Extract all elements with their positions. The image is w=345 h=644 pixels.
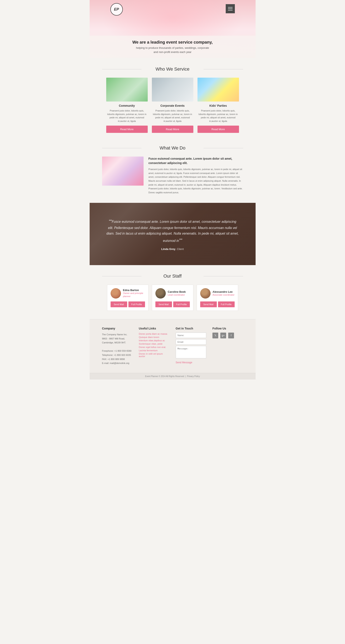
- testimonial-author-name: Linda Grey: [161, 248, 175, 250]
- contact-name-input[interactable]: [176, 332, 206, 338]
- contact-message-input[interactable]: [176, 346, 206, 358]
- logo[interactable]: EP: [110, 3, 123, 16]
- corporate-title: Corporate Events: [152, 104, 193, 107]
- caroline-name: Caroline Beek: [168, 290, 186, 293]
- who-we-service-title: Who We Service: [102, 66, 243, 72]
- footer-link-4[interactable]: Scelerisque vitae, pede: [139, 342, 169, 345]
- corporate-read-more-button[interactable]: Read More: [152, 126, 193, 133]
- contact-send-button[interactable]: Send Message: [176, 361, 192, 364]
- footer-link-5[interactable]: Donec eget tellus non erat.: [139, 346, 169, 348]
- footer-company-col: Company The Company Name Inc. 9863 - 986…: [102, 327, 133, 366]
- avatar-caroline: [155, 288, 166, 298]
- what-we-do-content: Fusce euismod consequat ante. Lorem ipsu…: [102, 156, 243, 194]
- hero-section: EP We are a leading event service compan…: [90, 0, 256, 58]
- footer-privacy-link[interactable]: Privacy Policy: [187, 375, 200, 378]
- avatar-alessandro: [200, 288, 211, 298]
- staff-top-caroline: Caroline Beek Lead coordinator: [155, 288, 190, 298]
- staff-top-alessandro: Alessandro Lee Associate coordinator: [200, 288, 235, 298]
- staff-title: Our Staff: [102, 274, 243, 279]
- alessandro-send-mail-button[interactable]: Send Mail: [200, 302, 217, 307]
- alessandro-full-profile-button[interactable]: Full Profile: [218, 302, 235, 307]
- kids-description: Praesent justo dolor, lobortis quis, lob…: [198, 109, 239, 123]
- service-image-kids: [198, 78, 239, 102]
- service-grid: Community Praesent justo dolor, lobortis…: [102, 78, 243, 133]
- staff-info-alessandro: Alessandro Lee Associate coordinator: [213, 290, 235, 296]
- kids-read-more-button[interactable]: Read More: [198, 126, 239, 133]
- service-image-corporate: [152, 78, 193, 102]
- edna-full-profile-button[interactable]: Full Profile: [128, 302, 145, 307]
- testimonial-content: Fusce euismod consequat ante. Lorem ipsu…: [106, 217, 239, 250]
- service-image-community: [106, 78, 148, 102]
- staff-buttons-caroline: Send Mail Full Profile: [155, 302, 190, 307]
- testimonial-section: Fusce euismod consequat ante. Lorem ipsu…: [90, 203, 256, 265]
- google-plus-icon[interactable]: g+: [220, 332, 226, 338]
- social-icons: 𝕏 g+ f: [212, 332, 243, 338]
- twitter-icon[interactable]: 𝕏: [212, 332, 218, 338]
- service-card-kids: Kids' Parties Praesent justo dolor, lobo…: [198, 78, 239, 133]
- staff-top-edna: Edna Barton Owner and principle planner: [111, 288, 145, 298]
- footer-links-title: Useful Links: [139, 327, 169, 330]
- alessandro-name: Alessandro Lee: [213, 290, 235, 293]
- facebook-icon[interactable]: f: [228, 332, 234, 338]
- footer-grid: Company The Company Name Inc. 9863 - 986…: [102, 327, 243, 366]
- what-we-do-body: Praesent justo dolor, lobortis quis, lob…: [149, 167, 243, 194]
- company-email: E-mail: mail@demolink.org: [102, 362, 129, 364]
- menu-line-2: [228, 8, 233, 9]
- footer-contact-form: Send Message: [176, 332, 206, 364]
- staff-card-caroline: Caroline Beek Lead coordinator Send Mail…: [152, 285, 193, 311]
- community-description: Praesent justo dolor, lobortis quis, lob…: [106, 109, 148, 123]
- what-we-do-section: What We Do Fusce euismod consequat ante.…: [90, 141, 256, 203]
- footer: Company The Company Name Inc. 9863 - 986…: [90, 319, 256, 373]
- footer-links-col: Useful Links Donec porta diam ac massa Q…: [139, 327, 169, 366]
- what-we-do-image: [102, 156, 144, 186]
- company-telephone: Telephone: +1 800 603 6035: [102, 354, 131, 356]
- community-title: Community: [106, 104, 148, 107]
- testimonial-author-title: Client: [177, 248, 184, 250]
- community-read-more-button[interactable]: Read More: [106, 126, 148, 133]
- hero-headline: We are a leading event service company,: [94, 40, 251, 45]
- footer-link-1[interactable]: Donec porta diam ac massa: [139, 332, 169, 335]
- caroline-role: Lead coordinator: [168, 293, 186, 296]
- what-we-do-heading: Fusce euismod consequat ante. Lorem ipsu…: [149, 156, 243, 165]
- footer-company-address: The Company Name Inc. 9863 - 9867 Mill R…: [102, 332, 133, 366]
- service-card-community: Community Praesent justo dolor, lobortis…: [106, 78, 148, 133]
- staff-buttons-edna: Send Mail Full Profile: [111, 302, 145, 307]
- who-we-service-section: Who We Service Community Praesent justo …: [90, 58, 256, 141]
- edna-name: Edna Barton: [123, 288, 145, 292]
- footer-link-6[interactable]: Lacinia fermentum: [139, 349, 169, 352]
- footer-social-title: Follow Us: [212, 327, 243, 330]
- corporate-description: Praesent justo dolor, lobortis quis, lob…: [152, 109, 193, 123]
- edna-send-mail-button[interactable]: Send Mail: [111, 302, 127, 307]
- footer-contact-col: Get in Touch Send Message: [176, 327, 206, 366]
- staff-info-edna: Edna Barton Owner and principle planner: [123, 288, 145, 298]
- staff-grid: Edna Barton Owner and principle planner …: [102, 285, 243, 311]
- footer-copyright: Event Planner © 2014 All Rights Reserved: [145, 375, 184, 378]
- avatar-edna: [111, 288, 121, 298]
- staff-card-alessandro: Alessandro Lee Associate coordinator Sen…: [197, 285, 238, 311]
- menu-line-1: [228, 7, 233, 8]
- company-freephone: Freephone: +1 800 559 6580: [102, 350, 131, 352]
- caroline-send-mail-button[interactable]: Send Mail: [155, 302, 172, 307]
- alessandro-role: Associate coordinator: [213, 293, 235, 296]
- caroline-full-profile-button[interactable]: Full Profile: [173, 302, 190, 307]
- what-we-do-title: What We Do: [102, 145, 243, 151]
- footer-bottom: Event Planner © 2014 All Rights Reserved…: [90, 373, 256, 380]
- company-fax: FAX: +1 800 889 9898: [102, 358, 125, 360]
- footer-links-list: Donec porta diam ac massa Quisque diam l…: [139, 332, 169, 358]
- staff-card-edna: Edna Barton Owner and principle planner …: [107, 285, 149, 311]
- staff-info-caroline: Caroline Beek Lead coordinator: [168, 290, 186, 296]
- footer-link-2[interactable]: Quisque diam lorem: [139, 336, 169, 338]
- staff-section: Our Staff Edna Barton Owner and principl…: [90, 265, 256, 319]
- company-name: The Company Name Inc.: [102, 333, 127, 336]
- edna-role: Owner and principle planner: [123, 292, 145, 298]
- service-card-corporate: Corporate Events Praesent justo dolor, l…: [152, 78, 193, 133]
- contact-email-input[interactable]: [176, 339, 206, 345]
- kids-title: Kids' Parties: [198, 104, 239, 107]
- hero-text-block: We are a leading event service company, …: [90, 36, 256, 58]
- staff-buttons-alessandro: Send Mail Full Profile: [200, 302, 235, 307]
- menu-button[interactable]: [226, 4, 235, 13]
- footer-company-title: Company: [102, 327, 133, 330]
- footer-contact-title: Get in Touch: [176, 327, 206, 330]
- footer-link-3[interactable]: Interdum vitae,dapibus ac: [139, 339, 169, 342]
- footer-link-7[interactable]: Donec in velit vel ipsum auctor: [139, 352, 169, 358]
